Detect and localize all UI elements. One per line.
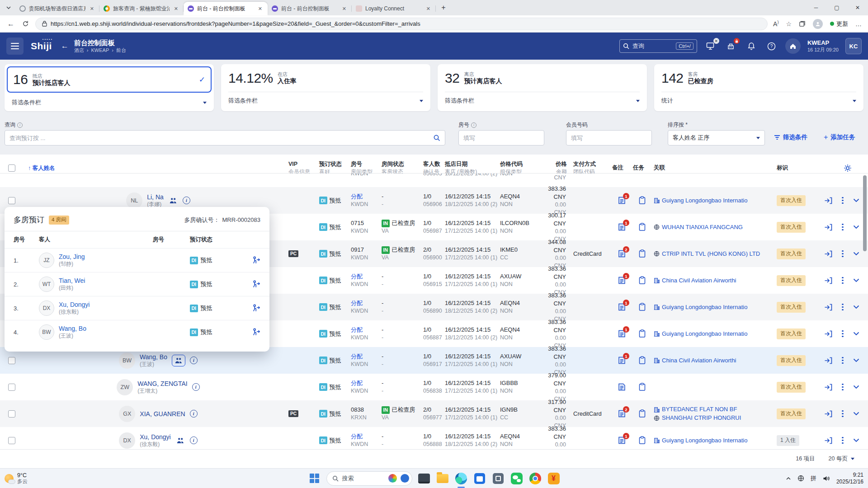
room-input-wrap[interactable]: [458, 130, 544, 145]
table-row[interactable]: DX Xu, Dongyi (徐东毅) i DI预抵 分配 KWDN IN- -…: [0, 427, 868, 449]
browser-profile-avatar[interactable]: [813, 19, 823, 29]
column-room-status[interactable]: 房间状态: [382, 160, 423, 168]
breadcrumb-frontdesk[interactable]: 前台: [116, 47, 126, 54]
card-filter-dropdown[interactable]: 筛选条件栏: [438, 92, 647, 109]
row-menu-icon[interactable]: [842, 277, 844, 284]
refresh-button[interactable]: [21, 19, 30, 28]
taskbar-search[interactable]: 搜索: [326, 471, 412, 486]
task-icon[interactable]: [638, 329, 648, 338]
check-in-action-icon[interactable]: [824, 384, 832, 391]
info-icon[interactable]: i: [183, 197, 190, 204]
company-link[interactable]: Guiyang Longdongbao Internatio: [654, 303, 777, 311]
company-link[interactable]: Guiyang Longdongbao Internatio: [654, 436, 777, 445]
card-filter-dropdown[interactable]: 筛选条件栏: [221, 92, 430, 109]
room-assign-link[interactable]: 0838: [351, 406, 364, 414]
check-in-action-icon[interactable]: [824, 197, 832, 204]
expand-chevron-icon[interactable]: [853, 438, 859, 442]
add-task-button[interactable]: + 添加任务: [824, 133, 855, 141]
stat-card[interactable]: 16 抵店 预计抵店客人 ✓ 筛选条件栏: [5, 64, 214, 111]
app-icon[interactable]: [491, 472, 505, 485]
table-scrollbar[interactable]: [863, 175, 867, 446]
row-menu-icon[interactable]: [842, 197, 844, 204]
edge-icon[interactable]: [454, 472, 468, 485]
column-vip[interactable]: VIP: [288, 160, 319, 168]
company-link[interactable]: WUHAN TIANXIA FANGCANG: [654, 223, 777, 231]
row-menu-icon[interactable]: [842, 250, 844, 258]
breadcrumb-hotel[interactable]: 酒店: [74, 47, 84, 54]
notes-icon[interactable]: 1: [618, 436, 627, 445]
check-in-action-icon[interactable]: [824, 437, 832, 444]
guest-name-link[interactable]: Tian, Wei: [59, 277, 85, 285]
column-price[interactable]: 价格: [542, 160, 567, 168]
collections-icon[interactable]: [799, 20, 806, 27]
room-assign-link[interactable]: 分配: [351, 352, 363, 361]
row-menu-icon[interactable]: [842, 224, 844, 231]
multi-room-icon[interactable]: [175, 436, 185, 445]
check-in-action-icon[interactable]: [824, 410, 832, 418]
info-icon[interactable]: i: [190, 357, 198, 364]
home-icon[interactable]: [785, 38, 801, 54]
row-checkbox[interactable]: [8, 437, 15, 444]
row-menu-icon[interactable]: [842, 384, 844, 391]
browser-tab[interactable]: 前台 - 前台控制面板 ✕: [184, 2, 268, 15]
room-assign-link[interactable]: 0715: [351, 219, 364, 227]
company-link[interactable]: China Civil Aviation Airworthi: [654, 277, 777, 285]
row-menu-icon[interactable]: [842, 410, 844, 418]
start-button[interactable]: [308, 472, 321, 485]
browser-update-button[interactable]: 更新: [830, 20, 848, 28]
notes-icon[interactable]: [618, 383, 627, 391]
room-assign-link[interactable]: 分配: [351, 432, 363, 441]
query-input-wrap[interactable]: [5, 130, 445, 145]
column-notes[interactable]: 备注: [612, 164, 633, 172]
volume-icon[interactable]: [823, 475, 830, 482]
popup-room-row[interactable]: 3. DX Xu, Dongyi(徐东毅) DI预抵: [5, 296, 269, 320]
select-all-checkbox[interactable]: [8, 164, 15, 172]
row-menu-icon[interactable]: [842, 330, 844, 338]
company-link[interactable]: BYTEDANCE FLAT NON BF: [654, 405, 777, 413]
tab-close-icon[interactable]: ✕: [425, 5, 432, 12]
weather-widget[interactable]: 9°C多云: [5, 472, 28, 484]
stat-card[interactable]: 142 客房 已检查房 ✓ 统计: [654, 64, 863, 111]
window-close-button[interactable]: ✕: [847, 0, 868, 15]
room-assign-link[interactable]: 分配: [351, 326, 363, 334]
check-in-guest-icon[interactable]: [252, 256, 260, 264]
global-search-input[interactable]: 查询 Ctrl+/: [619, 39, 697, 53]
browser-tab[interactable]: 前台 - 前台控制面板 ✕: [268, 2, 352, 15]
read-aloud-icon[interactable]: A): [773, 20, 778, 28]
table-row[interactable]: ZW WANG, ZENGTAI (王增太) i DI预抵 分配 KWDN IN…: [0, 374, 868, 400]
column-guest-name[interactable]: ↑ 客人姓名: [28, 165, 55, 171]
task-icon[interactable]: [638, 409, 648, 418]
expand-chevron-icon[interactable]: [853, 305, 859, 309]
guest-name-link[interactable]: Xu, Dongyi: [140, 433, 170, 441]
help-icon[interactable]: ?: [765, 39, 778, 53]
expand-chevron-icon[interactable]: [853, 332, 859, 336]
ime-indicator[interactable]: 拼: [811, 474, 816, 483]
column-rate-code[interactable]: 价格代码: [500, 160, 542, 168]
guest-name-link[interactable]: Li, Na: [147, 193, 164, 201]
column-tasks[interactable]: 任务: [633, 164, 654, 172]
task-icon[interactable]: [638, 383, 648, 391]
guest-name-link[interactable]: Wang, Bo: [59, 325, 86, 333]
tab-close-icon[interactable]: ✕: [257, 5, 264, 12]
browser-tab[interactable]: 旅客查询 - 紫楠旅馆业治安信息管 ✕: [99, 2, 184, 15]
check-in-action-icon[interactable]: [824, 277, 832, 284]
expand-chevron-icon[interactable]: [853, 252, 859, 256]
expand-chevron-icon[interactable]: [853, 198, 859, 202]
finance-app-icon[interactable]: ¥: [547, 472, 561, 485]
workstation-offline-icon[interactable]: ✕: [704, 39, 717, 53]
check-in-guest-icon[interactable]: [252, 328, 260, 336]
room-assign-link[interactable]: 分配: [351, 379, 363, 387]
query-input[interactable]: [9, 135, 433, 141]
task-icon[interactable]: [638, 356, 648, 365]
guest-name-link[interactable]: WANG, ZENGTAI: [137, 380, 187, 388]
page-size-select[interactable]: 20 每页: [829, 455, 854, 463]
room-assign-link[interactable]: 分配: [351, 192, 363, 201]
notes-icon[interactable]: 1: [618, 356, 627, 365]
popup-room-row[interactable]: 2. WT Tian, Wei(田炜) DI预抵: [5, 272, 269, 296]
expand-chevron-icon[interactable]: [853, 358, 859, 362]
check-in-action-icon[interactable]: [824, 330, 832, 338]
company-link[interactable]: Guiyang Longdongbao Internatio: [654, 197, 777, 205]
expand-chevron-icon[interactable]: [853, 225, 859, 229]
filter-conditions-button[interactable]: 筛选条件: [774, 133, 807, 141]
window-minimize-button[interactable]: ─: [806, 0, 826, 15]
